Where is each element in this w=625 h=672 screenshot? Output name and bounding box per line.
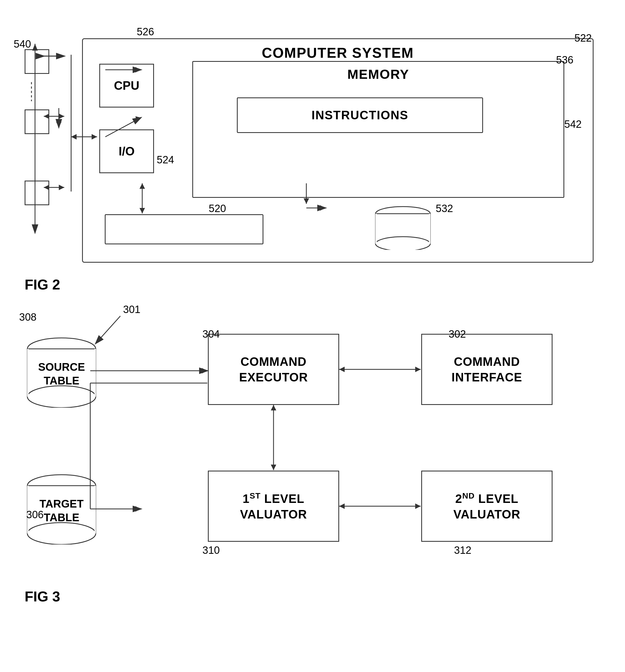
svg-text:SOURCE: SOURCE (38, 361, 85, 373)
box-memory: MEMORY INSTRUCTIONS (192, 61, 564, 198)
box-522: COMPUTER SYSTEM CPU I/O 524 MEMORY INSTR… (82, 38, 594, 263)
computer-system-label: COMPUTER SYSTEM (83, 45, 593, 61)
page: 526 COMPUTER SYSTEM CPU I/O 524 MEMORY I… (0, 0, 625, 672)
ref-536: 536 (556, 54, 573, 66)
ref-301: 301 (123, 304, 140, 315)
fig3-area: 301 SOURCE TABLE 308 (17, 301, 607, 651)
box-cpu: CPU (99, 64, 154, 107)
cpu-label: CPU (114, 79, 140, 93)
svg-marker-58 (271, 464, 276, 470)
ref-302: 302 (449, 328, 466, 340)
ref-308: 308 (19, 311, 36, 323)
fig3-label: FIG 3 (25, 588, 60, 605)
ref-312: 312 (454, 545, 471, 556)
box-command-executor: COMMAND EXECUTOR (208, 334, 339, 405)
io-label: I/O (119, 144, 135, 158)
ref-522: 522 (574, 32, 592, 44)
svg-marker-53 (135, 506, 141, 512)
svg-text:TABLE: TABLE (44, 511, 79, 523)
svg-marker-61 (415, 503, 421, 509)
ref-542: 542 (564, 118, 581, 130)
svg-marker-19 (71, 134, 77, 140)
ref-306: 306 (26, 509, 44, 521)
device-1 (25, 49, 49, 74)
box-520 (105, 214, 264, 244)
box-io: I/O (99, 129, 154, 173)
command-interface-label: COMMAND INTERFACE (422, 354, 552, 385)
svg-text:TABLE: TABLE (44, 375, 79, 387)
svg-marker-62 (339, 503, 345, 509)
fig2-label: FIG 2 (25, 277, 60, 293)
source-table: SOURCE TABLE (25, 337, 126, 409)
svg-marker-59 (271, 405, 276, 410)
svg-point-42 (27, 523, 96, 545)
memory-label: MEMORY (193, 67, 564, 82)
svg-text:TARGET: TARGET (40, 498, 83, 510)
svg-marker-56 (339, 367, 345, 372)
svg-marker-55 (415, 367, 421, 372)
ref-524: 524 (157, 154, 174, 166)
ref-304: 304 (202, 328, 220, 340)
box-command-interface: COMMAND INTERFACE (421, 334, 552, 405)
ref-526: 526 (137, 26, 154, 38)
ref-310: 310 (202, 545, 220, 556)
device-2 (25, 110, 49, 134)
svg-point-2 (376, 237, 430, 250)
ref-540: 540 (14, 38, 31, 50)
level2-valuator-label: 2ND LEVELVALUATOR (453, 490, 520, 522)
command-executor-label: COMMAND EXECUTOR (209, 354, 339, 385)
fig2-area: 526 COMPUTER SYSTEM CPU I/O 524 MEMORY I… (17, 22, 607, 282)
device-3 (25, 181, 49, 205)
ref-520: 520 (209, 203, 226, 215)
devices-area (22, 38, 66, 230)
svg-marker-49 (202, 368, 207, 374)
box-instructions: INSTRUCTIONS (237, 97, 483, 133)
instructions-label: INSTRUCTIONS (311, 109, 408, 122)
svg-point-35 (27, 386, 96, 408)
cylinder-532 (373, 206, 433, 250)
level1-valuator-label: 1ST LEVELVALUATOR (240, 490, 307, 522)
ref-532: 532 (436, 203, 453, 215)
box-level2-valuator: 2ND LEVELVALUATOR (421, 471, 552, 542)
box-level1-valuator: 1ST LEVELVALUATOR (208, 471, 339, 542)
